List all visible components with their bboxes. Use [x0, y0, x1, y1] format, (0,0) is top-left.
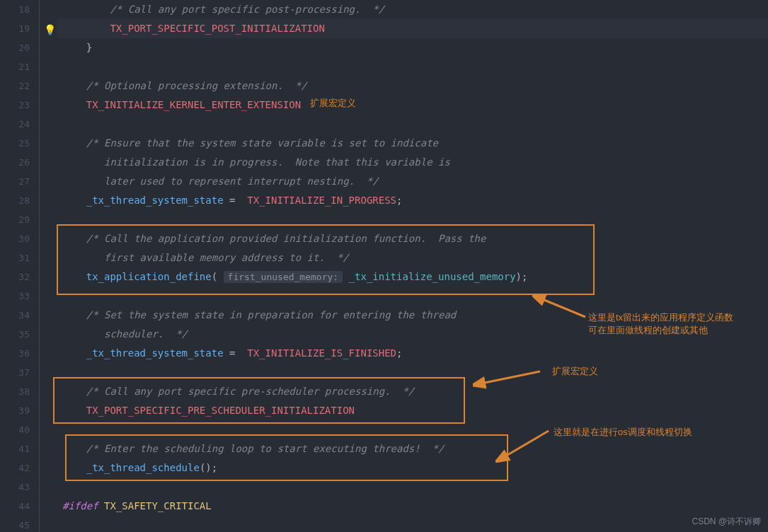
- fold-column: [35, 0, 57, 532]
- line-number[interactable]: 18: [0, 0, 30, 19]
- annotation-label: 扩展宏定义: [310, 97, 356, 110]
- comment: scheduler. */: [86, 328, 188, 340]
- macro-identifier: TX_PORT_SPECIFIC_POST_INITIALIZATION: [110, 23, 324, 34]
- comment: /* Call any port specific pre-scheduler …: [86, 386, 415, 397]
- macro-identifier: TX_PORT_SPECIFIC_PRE_SCHEDULER_INITIALIZ…: [86, 405, 355, 416]
- line-number[interactable]: 32: [0, 267, 30, 287]
- line-number[interactable]: 43: [0, 478, 30, 497]
- svg-line-1: [481, 371, 540, 383]
- line-number[interactable]: 34: [0, 306, 30, 325]
- comment: /* Ensure that the system state variable…: [86, 137, 438, 149]
- macro-identifier: TX_INITIALIZE_IS_FINISHED: [247, 347, 396, 359]
- brace: }: [86, 42, 92, 53]
- line-number[interactable]: 21: [0, 57, 30, 76]
- preprocessor-identifier: TX_SAFETY_CRITICAL: [98, 500, 212, 511]
- svg-line-2: [504, 431, 549, 457]
- line-number[interactable]: 30: [0, 229, 30, 248]
- comment: /* Enter the scheduling loop to start ex…: [86, 443, 445, 454]
- line-number[interactable]: 25: [0, 134, 30, 153]
- line-number[interactable]: 41: [0, 439, 30, 458]
- code-area[interactable]: /* Call any port specific post-processin…: [57, 0, 768, 532]
- macro-identifier: TX_INITIALIZE_IN_PROGRESS: [247, 195, 396, 206]
- line-number[interactable]: 19: [0, 19, 30, 38]
- macro-identifier: TX_INITIALIZE_KERNEL_ENTER_EXTENSION: [86, 99, 301, 110]
- arrow-icon: [532, 293, 589, 321]
- annotation-label: 扩展宏定义: [552, 365, 598, 378]
- comment: /* Call the application provided initial…: [86, 233, 486, 244]
- line-gutter: 18 19 20 21 22 23 24 25 26 27 28 29 30 3…: [0, 0, 35, 532]
- comment: /* Set the system state in preparation f…: [86, 309, 457, 320]
- function-call: tx_application_define: [86, 271, 212, 282]
- arrow-icon: [473, 368, 544, 389]
- line-number[interactable]: 31: [0, 248, 30, 267]
- parameter: _tx_initialize_unused_memory: [349, 271, 516, 282]
- comment: first available memory address to it. */: [86, 252, 349, 263]
- line-number[interactable]: 44: [0, 497, 30, 516]
- preprocessor: #ifdef: [62, 500, 98, 511]
- identifier: _tx_thread_system_state: [86, 347, 224, 359]
- comment: later used to represent interrupt nestin…: [86, 175, 379, 187]
- line-number[interactable]: 26: [0, 153, 30, 172]
- function-call: _tx_thread_schedule: [86, 462, 200, 473]
- annotation-label: 这里就是在进行os调度和线程切换: [554, 426, 692, 439]
- line-number[interactable]: 23: [0, 96, 30, 115]
- comment: /* Optional processing extension. */: [86, 80, 307, 91]
- line-number[interactable]: 45: [0, 516, 30, 532]
- line-number[interactable]: 24: [0, 115, 30, 134]
- line-number[interactable]: 28: [0, 191, 30, 210]
- inlay-hint: first_unused_memory:: [224, 271, 343, 283]
- line-number[interactable]: 39: [0, 401, 30, 420]
- line-number[interactable]: 38: [0, 382, 30, 401]
- line-number[interactable]: 27: [0, 172, 30, 191]
- line-number[interactable]: 22: [0, 76, 30, 96]
- line-number[interactable]: 33: [0, 287, 30, 306]
- comment: /* Call any port specific post-processin…: [110, 4, 384, 15]
- arrow-icon: [495, 427, 552, 463]
- svg-line-0: [541, 299, 585, 317]
- line-number[interactable]: 29: [0, 210, 30, 229]
- line-number[interactable]: 20: [0, 38, 30, 57]
- line-number[interactable]: 36: [0, 344, 30, 363]
- code-editor: 18 19 20 21 22 23 24 25 26 27 28 29 30 3…: [0, 0, 768, 532]
- line-number[interactable]: 37: [0, 363, 30, 382]
- comment: initialization is in progress. Note that…: [86, 156, 450, 168]
- line-number[interactable]: 40: [0, 420, 30, 439]
- annotation-label: 这里是tx留出来的应用程序定义函数 可在里面做线程的创建或其他: [588, 311, 733, 337]
- watermark: CSDN @诗不诉卿: [692, 516, 761, 528]
- identifier: _tx_thread_system_state: [86, 195, 224, 206]
- line-number[interactable]: 42: [0, 458, 30, 478]
- line-number[interactable]: 35: [0, 325, 30, 344]
